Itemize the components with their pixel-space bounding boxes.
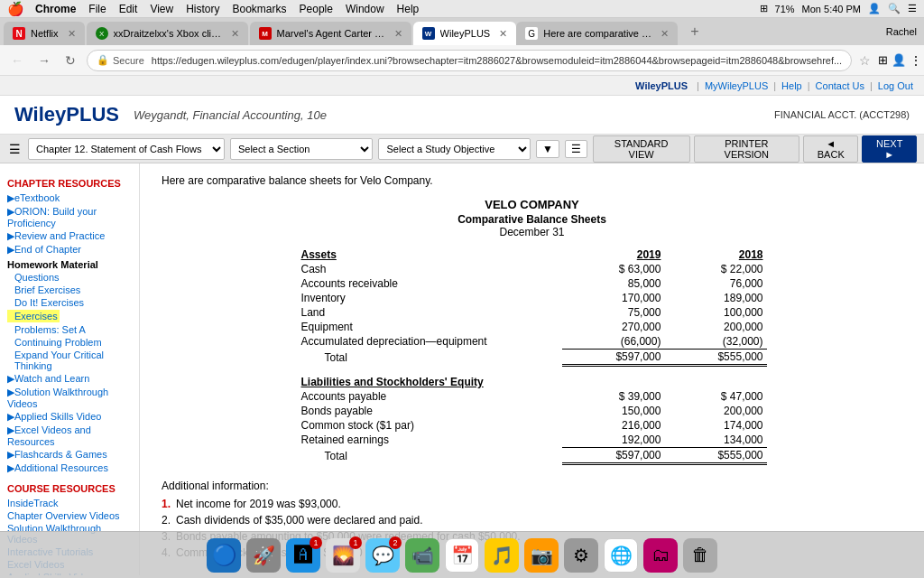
logout-link[interactable]: Log Out xyxy=(878,80,913,91)
tab-google-title: Here are comparative balance... xyxy=(543,28,651,39)
dock-system-prefs[interactable]: ⚙ xyxy=(564,538,598,573)
sidebar-chapter-overview[interactable]: Chapter Overview Videos xyxy=(7,510,132,521)
dock-finder[interactable]: 🔵 xyxy=(207,538,241,573)
new-tab-button[interactable]: + xyxy=(683,23,706,40)
icon-btn-2[interactable]: ☰ xyxy=(565,140,587,158)
chapter-bar: ☰ Chapter 12. Statement of Cash Flows Se… xyxy=(0,135,924,163)
dock-photos[interactable]: 📷 xyxy=(524,538,559,573)
table-row: Bonds payable 150,000 200,000 xyxy=(298,404,767,418)
sidebar-applied-skills[interactable]: ▶Applied Skills Video xyxy=(7,411,132,423)
sidebar-etextbook[interactable]: ▶eTextbook xyxy=(7,192,132,204)
tab-xbox[interactable]: X xxDraitzelxx's Xbox clips on ... ✕ xyxy=(87,22,248,45)
dock-appstore[interactable]: 🅰 1 xyxy=(286,538,320,573)
sidebar-brief[interactable]: Brief Exercises xyxy=(7,284,132,295)
menu-people[interactable]: People xyxy=(300,3,333,15)
sidebar-end-chapter[interactable]: ▶End of Chapter xyxy=(7,244,132,256)
sidebar-continuing[interactable]: Continuing Problem xyxy=(7,337,132,348)
dock-trash[interactable]: 🗑 xyxy=(683,538,717,573)
main-layout: CHAPTER RESOURCES ▶eTextbook ▶ORION: Bui… xyxy=(0,163,924,575)
item-text-1: Net income for 2019 was $93,000. xyxy=(176,498,341,510)
reload-button[interactable]: ↻ xyxy=(61,51,79,70)
sidebar-exercises[interactable]: Exercises xyxy=(7,310,60,322)
next-button[interactable]: NEXT ► xyxy=(862,135,917,163)
menu-bookmarks[interactable]: Bookmarks xyxy=(233,3,287,15)
dock-chrome[interactable]: 🌐 xyxy=(604,538,638,573)
sidebar: CHAPTER RESOURCES ▶eTextbook ▶ORION: Bui… xyxy=(0,163,140,575)
dock-photos-app[interactable]: 🌄 1 xyxy=(326,538,360,573)
toolbar-right: ⊞ 👤 ⋮ xyxy=(878,53,922,68)
sidebar-problems[interactable]: Problems: Set A xyxy=(7,324,132,335)
sidebar-review[interactable]: ▶Review and Practice xyxy=(7,230,132,242)
menu-window[interactable]: Window xyxy=(346,3,384,15)
homework-material-label: Homework Material xyxy=(7,259,132,270)
sidebar-excel-videos[interactable]: ▶Excel Videos and Resources xyxy=(7,424,132,447)
sidebar-toggle-icon[interactable]: ☰ xyxy=(7,140,23,158)
apple-menu[interactable]: 🍎 xyxy=(7,1,24,17)
sidebar-additional[interactable]: ▶Additional Resources xyxy=(7,462,132,474)
section-select[interactable]: Select a Section xyxy=(230,138,374,160)
back-button-nav[interactable]: ◄ BACK xyxy=(803,135,858,163)
tab-marvel-close[interactable]: ✕ xyxy=(394,28,402,40)
forward-button[interactable]: → xyxy=(34,51,54,70)
user-avatar: 👤 xyxy=(868,3,881,14)
additional-item-2: 2. Cash dividends of $35,000 were declar… xyxy=(162,514,902,527)
menu-chrome[interactable]: Chrome xyxy=(35,3,76,15)
search-icon[interactable]: 🔍 xyxy=(888,3,901,14)
menu-history[interactable]: History xyxy=(186,3,219,15)
menu-edit[interactable]: Edit xyxy=(119,3,138,15)
menu-bar: 🍎 Chrome File Edit View History Bookmark… xyxy=(0,0,924,18)
sidebar-orion[interactable]: ▶ORION: Build your Proficiency xyxy=(7,206,132,228)
menu-extra-icon[interactable]: ☰ xyxy=(908,3,917,14)
menu-view[interactable]: View xyxy=(150,3,173,15)
company-name: VELO COMPANY xyxy=(162,198,902,211)
sidebar-insidetrack[interactable]: InsideTrack xyxy=(7,498,132,508)
tab-google-close[interactable]: ✕ xyxy=(661,28,669,40)
address-bar: ← → ↻ 🔒 Secure https://edugen.wileyplus.… xyxy=(0,45,924,76)
favicon-netflix: N xyxy=(13,27,25,40)
url-bar[interactable]: 🔒 Secure https://edugen.wileyplus.com/ed… xyxy=(87,50,852,71)
favicon-xbox: X xyxy=(96,27,108,40)
bookmark-star[interactable]: ☆ xyxy=(859,53,871,68)
chapter-select[interactable]: Chapter 12. Statement of Cash Flows xyxy=(28,138,225,160)
sidebar-expand[interactable]: Expand Your Critical Thinking xyxy=(7,350,132,371)
liabilities-header: Liabilities and Stockholders' Equity xyxy=(301,376,484,388)
tab-google[interactable]: G Here are comparative balance... ✕ xyxy=(516,22,678,45)
user-profile-btn[interactable]: Rachel xyxy=(886,26,917,37)
additional-title: Additional information: xyxy=(162,480,902,492)
sidebar-solution-walkthrough[interactable]: ▶Solution Walkthrough Videos xyxy=(7,387,132,409)
extension-icon-1[interactable]: ⊞ xyxy=(878,53,888,67)
icon-btn-1[interactable]: ▼ xyxy=(536,140,559,158)
my-wiley-link[interactable]: MyWileyPLUS xyxy=(705,80,768,91)
dock-calendar[interactable]: 📅 xyxy=(445,538,479,573)
tab-wiley-close[interactable]: ✕ xyxy=(499,28,507,40)
help-link[interactable]: Help xyxy=(781,80,802,91)
tab-xbox-close[interactable]: ✕ xyxy=(231,28,239,40)
extension-icon-2[interactable]: 👤 xyxy=(892,53,906,67)
tab-marvel[interactable]: M Marvel's Agent Carter | Searc... ✕ xyxy=(250,22,411,45)
sidebar-watch-learn[interactable]: ▶Watch and Learn xyxy=(7,373,132,385)
tab-wiley[interactable]: W WileyPLUS ✕ xyxy=(413,22,517,45)
chrome-menu-icon[interactable]: ⋮ xyxy=(910,53,922,68)
clock: Mon 5:40 PM xyxy=(802,4,861,14)
favicon-wiley: W xyxy=(422,27,435,40)
dock-itunes[interactable]: 🎵 xyxy=(485,538,519,573)
contact-link[interactable]: Contact Us xyxy=(816,80,864,91)
standard-view-button[interactable]: STANDARD VIEW xyxy=(593,135,690,163)
tab-wiley-title: WileyPLUS xyxy=(440,28,491,39)
printer-version-button[interactable]: PRINTER VERSION xyxy=(694,135,800,163)
back-button[interactable]: ← xyxy=(7,51,27,70)
menu-file[interactable]: File xyxy=(88,3,106,15)
dock-files[interactable]: 🗂 xyxy=(643,538,678,573)
sidebar-questions[interactable]: Questions xyxy=(7,272,132,283)
dock-messages[interactable]: 💬 2 xyxy=(365,538,400,573)
objective-select[interactable]: Select a Study Objective xyxy=(378,138,530,160)
menu-help[interactable]: Help xyxy=(397,3,420,15)
tab-netflix-close[interactable]: ✕ xyxy=(68,28,76,40)
secure-label: Secure xyxy=(113,55,144,66)
dock-facetime[interactable]: 📹 xyxy=(405,538,439,573)
sidebar-flashcards[interactable]: ▶Flashcards & Games xyxy=(7,449,132,461)
dock-launchpad[interactable]: 🚀 xyxy=(246,538,281,573)
appstore-badge: 1 xyxy=(310,536,322,549)
sidebar-doit[interactable]: Do It! Exercises xyxy=(7,297,132,308)
tab-netflix[interactable]: N Netflix ✕ xyxy=(4,22,85,45)
